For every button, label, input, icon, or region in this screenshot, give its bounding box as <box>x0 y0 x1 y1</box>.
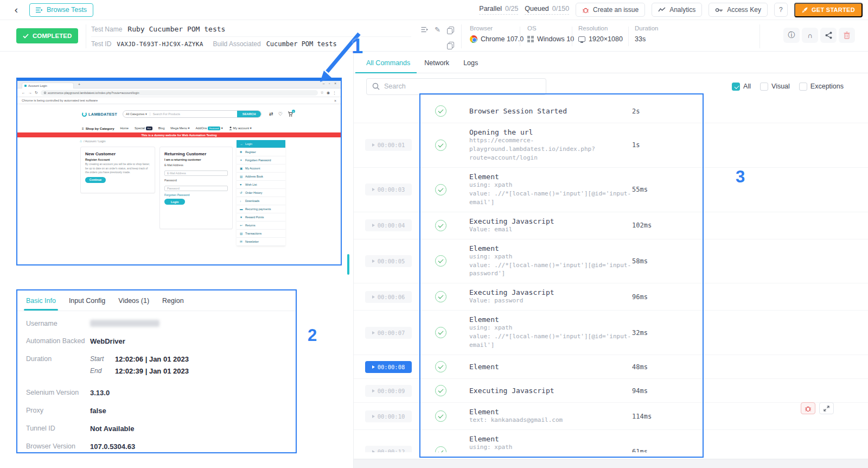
command-row[interactable]: 00:00:09 Executing Javascript 94ms <box>354 379 868 403</box>
command-timestamp[interactable]: 00:00:12 <box>365 446 412 452</box>
info-button[interactable]: ⓘ <box>783 28 800 43</box>
reload-icon[interactable]: ↻ <box>35 91 38 95</box>
command-timestamp[interactable]: 00:00:07 <box>365 327 412 339</box>
command-duration: 58ms <box>632 257 648 265</box>
infobar-close-icon[interactable]: × <box>334 99 336 103</box>
back-icon[interactable]: ← <box>22 91 25 94</box>
access-key-button[interactable]: Access Key <box>709 3 768 17</box>
menu-item-my-account[interactable]: ▣My Account <box>237 165 285 173</box>
login-button[interactable]: Login <box>164 199 185 205</box>
menu-item-newsletter[interactable]: ✉Newsletter <box>237 238 285 246</box>
menu-item-reward-points[interactable]: ★Reward Points <box>237 213 285 222</box>
nav-special[interactable]: SpecialHot <box>135 127 152 130</box>
analytics-button[interactable]: Analytics <box>652 3 702 17</box>
exceptions-checkbox[interactable] <box>799 83 807 91</box>
email-field[interactable] <box>164 170 228 176</box>
command-timestamp[interactable]: 00:00:03 <box>365 184 412 195</box>
menu-item-wish-list[interactable]: ♥Wish List <box>237 181 285 189</box>
nav-blog[interactable]: Blog <box>158 127 165 130</box>
browser-tab[interactable]: Account Login <box>22 83 74 88</box>
copy-test-name-icon[interactable] <box>447 27 453 35</box>
forward-icon[interactable]: → <box>28 91 32 94</box>
menu-item-recurring-payments[interactable]: ▬Recurring payments <box>237 205 285 213</box>
continue-button[interactable]: Continue <box>85 177 106 183</box>
command-timestamp[interactable]: 00:00:10 <box>365 410 412 422</box>
command-row[interactable]: 00:00:06 Executing Javascript Value: pas… <box>354 283 868 311</box>
filter-visual[interactable]: Visual <box>760 83 790 91</box>
bookmark-star-icon[interactable]: ☆ <box>321 91 324 95</box>
menu-item-downloads[interactable]: ↓Downloads <box>237 197 285 205</box>
edit-pencil-icon[interactable]: ✎ <box>435 26 441 34</box>
test-video-frame[interactable]: Account Login + – ▫ × ← → ↻ ecommerce-pl… <box>16 78 342 265</box>
compare-icon[interactable]: ⇄ <box>269 111 273 117</box>
shop-by-category-menu[interactable]: ≡Shop by Category <box>82 127 114 130</box>
nav-my-account[interactable]: My account ▾ <box>229 127 252 130</box>
new-tab-button[interactable]: + <box>78 83 80 86</box>
command-timestamp[interactable]: 00:00:04 <box>365 219 412 231</box>
command-timestamp[interactable]: 00:00:01 <box>365 139 412 151</box>
command-search[interactable] <box>366 78 546 95</box>
forgotten-password-link[interactable]: Forgotten Password <box>164 193 228 197</box>
address-bar[interactable]: ecommerce-playground.lambdatest.io/index… <box>41 90 318 96</box>
menu-item-forgotten-password[interactable]: ✶Forgotten Password <box>237 156 285 165</box>
cart-button[interactable]: 0 <box>288 111 293 117</box>
profile-icon[interactable]: ◉ <box>327 91 330 95</box>
tab-logs[interactable]: Logs <box>463 59 478 67</box>
nav-addons[interactable]: AddOnsFeatured▾ <box>196 127 223 130</box>
command-timestamp[interactable]: 00:00:09 <box>365 385 412 397</box>
left-panel-scrollbar-thumb[interactable] <box>347 254 349 275</box>
menu-item-address-book[interactable]: ▤Address Book <box>237 173 285 181</box>
store-search-bar[interactable]: All Categories ▾ Search For Products SEA… <box>123 110 261 118</box>
command-row[interactable]: 00:00:05 Element using: xpath value: .//… <box>354 239 868 284</box>
report-bug-button[interactable] <box>801 402 815 414</box>
store-logo[interactable]: LAMBDATEST <box>82 112 117 117</box>
menu-item-order-history[interactable]: ↺Order History <box>237 189 285 197</box>
home-icon[interactable]: ⌂ <box>80 139 82 143</box>
menu-item-login[interactable]: →Login <box>237 140 285 148</box>
window-controls[interactable]: – ▫ × <box>323 81 338 85</box>
tab-network[interactable]: Network <box>424 59 449 67</box>
wishlist-heart-icon[interactable]: ♡ <box>278 111 283 117</box>
command-row[interactable]: 00:00:01 Opening the url https://ecommer… <box>354 123 868 168</box>
command-timestamp[interactable]: 00:00:06 <box>365 291 412 303</box>
browse-tests-button[interactable]: Browse Tests <box>29 3 93 17</box>
help-button[interactable]: ? <box>774 3 788 17</box>
command-row[interactable]: Browser Session Started 2s <box>354 99 868 123</box>
menu-item-register[interactable]: ✚Register <box>237 148 285 156</box>
tab-region[interactable]: Region <box>162 297 184 305</box>
store-search-button[interactable]: SEARCH <box>237 110 261 118</box>
copy-test-id-icon[interactable] <box>447 42 453 50</box>
tab-input-config[interactable]: Input Config <box>69 297 105 305</box>
category-dropdown[interactable]: All Categories ▾ <box>123 112 150 116</box>
password-field[interactable] <box>164 186 228 191</box>
share-button[interactable] <box>820 28 837 43</box>
command-row[interactable]: 00:00:04 Executing Javascript Value: ema… <box>354 212 868 239</box>
command-row[interactable]: 00:00:07 Element using: xpath value: .//… <box>354 311 868 355</box>
nav-mega-menu[interactable]: Mega Menu ▾ <box>170 127 189 130</box>
create-issue-button[interactable]: Create an issue <box>576 3 645 17</box>
command-row-selected[interactable]: 00:00:08 Element 48ms <box>354 355 868 379</box>
tunnel-button[interactable]: ∩ <box>802 28 818 43</box>
nav-home[interactable]: Home <box>120 127 129 130</box>
menu-item-transactions[interactable]: ▤Transactions <box>237 230 285 238</box>
command-row[interactable]: 00:00:10 Element text: kankanaads@gmail.… <box>354 403 868 430</box>
menu-kebab-icon[interactable]: ⋮ <box>333 91 336 95</box>
tab-videos[interactable]: Videos (1) <box>118 297 149 305</box>
tab-basic-info[interactable]: Basic Info <box>26 297 56 305</box>
fullscreen-button[interactable] <box>819 402 834 414</box>
visual-checkbox[interactable] <box>760 83 768 91</box>
delete-button[interactable] <box>839 28 855 43</box>
all-checkbox[interactable] <box>732 83 740 91</box>
get-started-button[interactable]: GET STARTED <box>794 3 863 17</box>
tab-all-commands[interactable]: All Commands <box>366 59 410 67</box>
search-input[interactable] <box>384 83 540 90</box>
command-timestamp[interactable]: 00:00:05 <box>365 255 412 267</box>
filter-exceptions[interactable]: Exceptions <box>799 83 844 91</box>
command-row[interactable]: 00:00:03 Element using: xpath value: .//… <box>354 168 868 212</box>
command-timestamp[interactable]: 00:00:08 <box>365 361 412 373</box>
command-row[interactable]: 00:00:12 Element using: xpath value: .//… <box>354 430 868 452</box>
menu-item-returns[interactable]: ↩Returns <box>237 222 285 230</box>
test-list-icon[interactable] <box>421 27 429 33</box>
back-button[interactable]: ‹ <box>10 3 23 16</box>
filter-all[interactable]: All <box>732 83 751 91</box>
